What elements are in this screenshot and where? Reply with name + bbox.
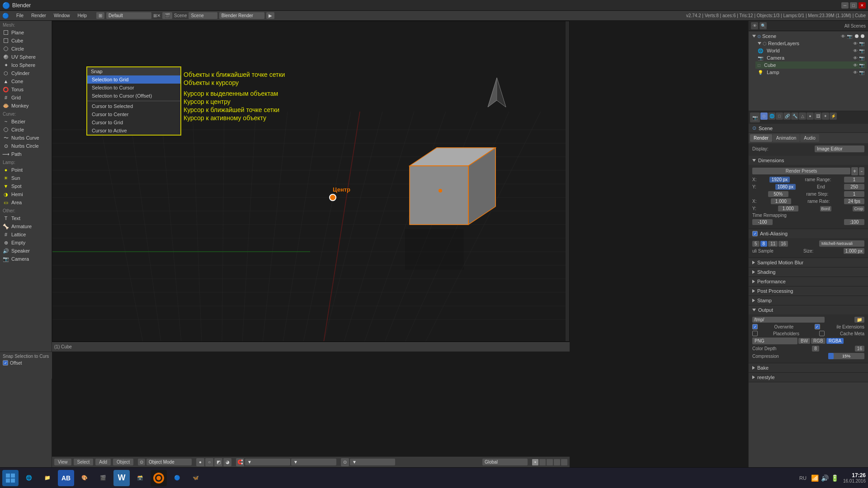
object-mode-dropdown[interactable]: Object Mode	[146, 459, 192, 465]
stamp-header[interactable]: Stamp	[749, 296, 868, 305]
minimize-button[interactable]: ─	[841, 2, 849, 9]
format-dropdown[interactable]: PNG	[752, 338, 797, 344]
layer-btn-4[interactable]	[554, 459, 560, 465]
border-btn[interactable]: Bord	[820, 206, 831, 211]
placeholders-checkbox[interactable]	[752, 331, 758, 336]
prop-tab-particles[interactable]: ✦	[822, 113, 829, 120]
add-cylinder[interactable]: ⬡Cylinder	[0, 69, 52, 77]
cube-eye[interactable]: 👁	[853, 63, 858, 68]
bw-btn[interactable]: BW	[798, 338, 810, 344]
aa-checkbox[interactable]	[752, 231, 758, 236]
help-menu[interactable]: Help	[75, 13, 90, 18]
prop-tab-object[interactable]: □	[776, 113, 783, 120]
add-point[interactable]: ●Point	[0, 166, 52, 174]
engine-dropdown[interactable]: Blender Render	[219, 12, 264, 19]
snap-type-dropdown[interactable]: ▼	[245, 459, 290, 465]
viewport-shading-rendered[interactable]: ◕	[223, 458, 231, 466]
view-icon[interactable]: 👁	[751, 22, 758, 29]
object-menu[interactable]: Object	[113, 459, 133, 465]
add-torus[interactable]: ⭕Torus	[0, 85, 52, 94]
render-presets-del[interactable]: -	[859, 167, 864, 175]
depth-8-btn[interactable]: 8	[812, 346, 819, 352]
viewport[interactable]: User Persp	[52, 21, 570, 342]
end-frame-field[interactable]: 250	[844, 184, 864, 190]
extra-app2[interactable]: 🦋	[188, 470, 204, 486]
performance-header[interactable]: Performance	[749, 277, 868, 286]
layout-icons[interactable]: ⊠✕	[153, 13, 160, 18]
lamp-cam[interactable]: 📷	[859, 70, 864, 75]
time-old-field[interactable]: -100	[752, 219, 773, 225]
render-menu[interactable]: Render	[28, 13, 49, 18]
maximize-button[interactable]: □	[850, 2, 857, 9]
select-menu[interactable]: Select	[74, 459, 94, 465]
start-frame-field[interactable]: 1	[844, 177, 864, 183]
tree-camera[interactable]: 📷 Camera 👁 📷	[755, 54, 867, 61]
aa-btn-8[interactable]: 8	[760, 241, 768, 247]
snap-selection-to-grid[interactable]: Selection to Grid	[87, 75, 180, 84]
snap-cursor-to-selected[interactable]: Cursor to Selected	[87, 102, 180, 110]
blender-task-app[interactable]	[151, 470, 167, 486]
snap-toggle[interactable]: 🧲	[236, 458, 244, 466]
render-presets-add[interactable]: +	[851, 167, 858, 175]
viewport-shading-texture[interactable]: ◩	[214, 458, 222, 466]
add-nurbs-circle[interactable]: ⊙Nurbs Circle	[0, 142, 52, 150]
aa-header[interactable]: Anti-Aliasing	[749, 229, 868, 238]
add-path[interactable]: ⟶Path	[0, 150, 52, 158]
frame-step-field[interactable]: 1	[844, 191, 864, 197]
animation-tab[interactable]: Animation	[773, 134, 800, 142]
add-sun[interactable]: ☀Sun	[0, 174, 52, 182]
prop-tab-data[interactable]: △	[799, 113, 806, 120]
add-monkey[interactable]: 🐵Monkey	[0, 102, 52, 110]
add-circle[interactable]: Circle	[0, 45, 52, 53]
time-new-field[interactable]: :100	[844, 219, 864, 225]
output-browse-btn[interactable]: 📁	[854, 317, 864, 323]
layout-dropdown[interactable]: Default	[106, 12, 151, 19]
frame-rate-field[interactable]: 24 fps	[844, 198, 864, 204]
world-cam[interactable]: 📷	[859, 48, 864, 53]
res-x-field[interactable]: 1920 px	[769, 177, 790, 183]
world-eye[interactable]: 👁	[853, 48, 858, 53]
time-display[interactable]: 17:26 16.01.2016	[843, 472, 866, 483]
layer-btn-3[interactable]	[547, 459, 553, 465]
add-icosphere[interactable]: ✦Ico Sphere	[0, 61, 52, 69]
layer-btn-2[interactable]	[539, 459, 546, 465]
snap-selection-to-cursor-offset[interactable]: Selection to Cursor (Offset)	[87, 92, 180, 100]
prop-tab-world[interactable]: 🌐	[768, 113, 775, 120]
snap-selection-to-cursor[interactable]: Selection to Cursor	[87, 84, 180, 92]
size-field[interactable]: 1.000 px	[844, 248, 864, 254]
add-circle-curve[interactable]: Circle	[0, 126, 52, 134]
icon-buttons[interactable]: ⊞	[96, 12, 104, 19]
camera-cam[interactable]: 📷	[859, 56, 864, 61]
search-icon[interactable]: 🔍	[760, 22, 767, 29]
prop-tab-physics[interactable]: ⚡	[830, 113, 837, 120]
text-app[interactable]: AB	[58, 470, 74, 486]
prop-tab-material[interactable]: ●	[807, 113, 814, 120]
add-menu[interactable]: Add	[95, 459, 111, 465]
snap-cursor-to-center[interactable]: Cursor to Center	[87, 110, 180, 118]
add-empty[interactable]: ⊕Empty	[0, 239, 52, 247]
post-processing-header[interactable]: Post Processing	[749, 286, 868, 296]
add-hemi[interactable]: ◑Hemi	[0, 190, 52, 198]
global-dropdown[interactable]: Global	[482, 459, 528, 465]
filter-dropdown[interactable]: Mitchell-Netravali	[819, 240, 864, 247]
viewport-scrollbar-v[interactable]	[566, 21, 569, 341]
audio-tab[interactable]: Audio	[800, 134, 819, 142]
view-menu[interactable]: View	[54, 459, 71, 465]
tree-lamp[interactable]: 💡 Lamp 👁 📷	[755, 69, 867, 76]
scene-eye-icon[interactable]: 👁	[841, 34, 845, 39]
proportional-dropdown[interactable]: ▼	[350, 459, 395, 465]
prop-tab-constraints[interactable]: 🔗	[783, 113, 791, 120]
crop-btn[interactable]: Crop	[853, 206, 864, 211]
browser-app[interactable]: 🌐	[21, 470, 37, 486]
bake-header[interactable]: Bake	[749, 363, 868, 372]
file-menu[interactable]: File	[14, 13, 26, 18]
proportional-toggle[interactable]: ⊙	[341, 458, 349, 466]
prop-tab-render[interactable]: 📷	[750, 113, 760, 122]
aspect-y-field[interactable]: 1.000	[778, 206, 798, 211]
add-area[interactable]: ▭Area	[0, 198, 52, 206]
all-scenes-label[interactable]: All Scenes	[844, 23, 866, 28]
start-button[interactable]	[2, 470, 19, 486]
mode-icon[interactable]: ⊙	[138, 459, 145, 465]
viewport-shading-wire[interactable]: ○	[205, 458, 213, 466]
rgb-btn[interactable]: RGB	[811, 338, 826, 344]
